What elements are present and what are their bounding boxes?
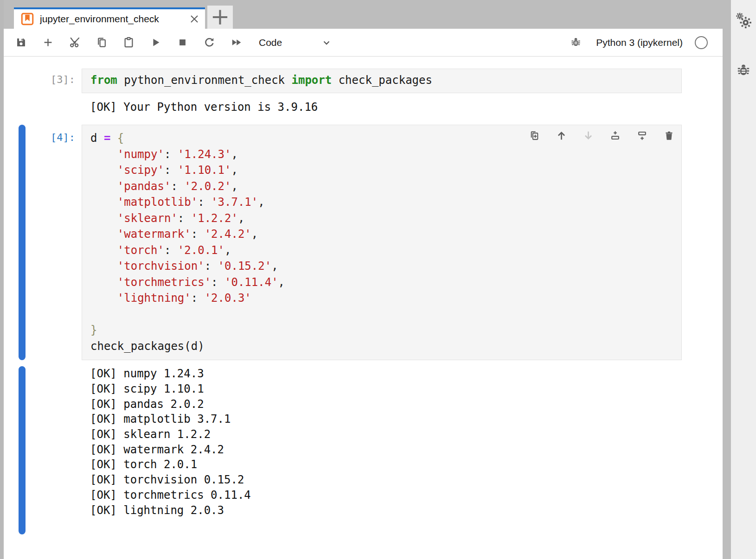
save-icon[interactable] xyxy=(15,36,27,49)
output-line: [OK] lightning 2.0.3 xyxy=(90,503,682,518)
output-line: [OK] torchvision 0.15.2 xyxy=(90,472,682,488)
kernel-area: Python 3 (ipykernel) xyxy=(570,36,715,49)
execution-prompt: [4]: xyxy=(26,125,82,360)
output-line: [OK] torchmetrics 0.11.4 xyxy=(90,488,682,503)
output-line: [OK] watermark 2.4.2 xyxy=(90,442,682,457)
code-line: 'numpy': '1.24.3', xyxy=(90,146,681,163)
dock-edge-strip xyxy=(723,0,731,559)
close-icon[interactable] xyxy=(188,13,200,25)
jupyterlab-window: jupyter_environment_check xyxy=(0,0,756,559)
cell: [3]:from python_environment_check import… xyxy=(4,69,723,114)
code-line: 'watermark': '2.4.2', xyxy=(90,226,681,242)
stop-icon[interactable] xyxy=(176,36,189,49)
chevron-down-icon xyxy=(321,37,332,48)
cell-output-collapser[interactable] xyxy=(19,366,26,534)
move-cell-up-icon[interactable] xyxy=(556,130,567,141)
duplicate-cell-icon[interactable] xyxy=(529,130,540,141)
code-line: } xyxy=(90,322,681,338)
new-tab-button[interactable] xyxy=(207,6,233,29)
notebook-icon xyxy=(20,12,34,26)
cell: [4]:d = { 'numpy': '1.24.3', 'scipy': '1… xyxy=(4,125,723,534)
property-inspector-gears-icon[interactable] xyxy=(735,12,752,29)
tab-title: jupyter_environment_check xyxy=(40,13,159,25)
output-line: [OK] Your Python version is 3.9.16 xyxy=(90,100,682,115)
output-prompt-spacer xyxy=(26,366,82,534)
output-line: [OK] pandas 2.0.2 xyxy=(90,397,682,412)
debugger-bug-icon[interactable] xyxy=(735,62,752,79)
code-line: check_packages(d) xyxy=(90,338,681,355)
code-line: 'lightning': '2.0.3' xyxy=(90,290,681,306)
code-line: 'scipy': '1.10.1', xyxy=(90,162,681,178)
output-line: [OK] numpy 1.24.3 xyxy=(90,366,682,381)
paste-icon[interactable] xyxy=(122,36,135,49)
code-line: 'torchmetrics': '0.11.4', xyxy=(90,274,681,291)
kernel-status-icon[interactable] xyxy=(695,36,708,49)
main-dock-panel: jupyter_environment_check xyxy=(4,0,723,559)
debugger-bug-icon[interactable] xyxy=(570,36,582,49)
notebook: [3]:from python_environment_check import… xyxy=(4,57,723,559)
cell-output-text: [OK] numpy 1.24.3[OK] scipy 1.10.1[OK] p… xyxy=(82,366,682,534)
restart-run-all-icon[interactable] xyxy=(230,36,243,49)
restart-kernel-icon[interactable] xyxy=(203,36,216,49)
cell-output-text: [OK] Your Python version is 3.9.16 xyxy=(82,100,682,115)
cell-output-collapser xyxy=(19,100,26,115)
move-cell-down-icon xyxy=(583,130,594,141)
cell-hover-toolbar xyxy=(529,130,675,141)
tab-notebook[interactable]: jupyter_environment_check xyxy=(14,7,205,29)
code-line: 'torch': '2.0.1', xyxy=(90,242,681,259)
kernel-name[interactable]: Python 3 (ipykernel) xyxy=(596,37,683,48)
insert-cell-below-icon[interactable] xyxy=(636,130,648,141)
code-line: 'sklearn': '1.2.2', xyxy=(90,210,681,227)
copy-icon[interactable] xyxy=(96,36,108,49)
notebook-toolbar: Code Python 3 (ipykernel) xyxy=(4,29,723,57)
code-line: 'pandas': '2.0.2', xyxy=(90,178,681,195)
code-line xyxy=(90,306,681,323)
cell-type-dropdown[interactable]: Code xyxy=(259,37,332,48)
output-line: [OK] sklearn 1.2.2 xyxy=(90,427,682,442)
cell-input-collapser xyxy=(19,69,26,93)
output-prompt-spacer xyxy=(26,100,82,115)
output-line: [OK] torch 2.0.1 xyxy=(90,457,682,472)
insert-cell-above-icon[interactable] xyxy=(609,130,621,141)
execution-prompt: [3]: xyxy=(26,69,82,93)
run-icon[interactable] xyxy=(149,36,162,49)
code-cell-editor[interactable]: from python_environment_check import che… xyxy=(82,69,682,93)
code-line: 'torchvision': '0.15.2', xyxy=(90,258,681,274)
output-line: [OK] matplotlib 3.7.1 xyxy=(90,412,682,427)
code-line: from python_environment_check import che… xyxy=(90,72,681,89)
delete-cell-icon[interactable] xyxy=(663,130,675,141)
insert-cell-icon[interactable] xyxy=(42,36,54,49)
right-sidebar xyxy=(731,0,756,559)
output-line: [OK] scipy 1.10.1 xyxy=(90,381,682,397)
cell-input-collapser[interactable] xyxy=(19,125,26,360)
tab-bar: jupyter_environment_check xyxy=(4,0,723,29)
cut-icon[interactable] xyxy=(69,36,81,49)
code-cell-editor[interactable]: d = { 'numpy': '1.24.3', 'scipy': '1.10.… xyxy=(82,125,682,360)
cell-type-value: Code xyxy=(259,37,282,48)
code-line: 'matplotlib': '3.7.1', xyxy=(90,194,681,210)
